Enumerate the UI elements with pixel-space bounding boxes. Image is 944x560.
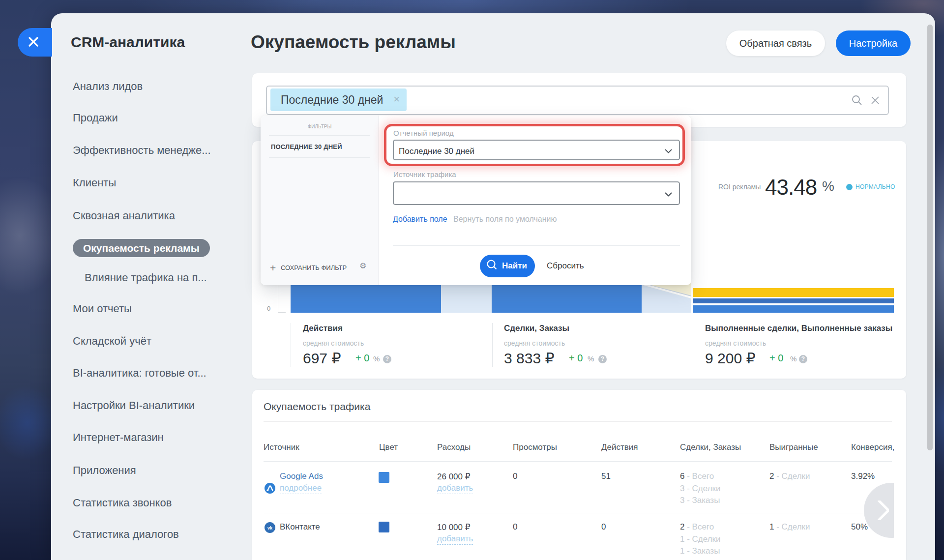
svg-text:vk: vk [267,526,273,531]
